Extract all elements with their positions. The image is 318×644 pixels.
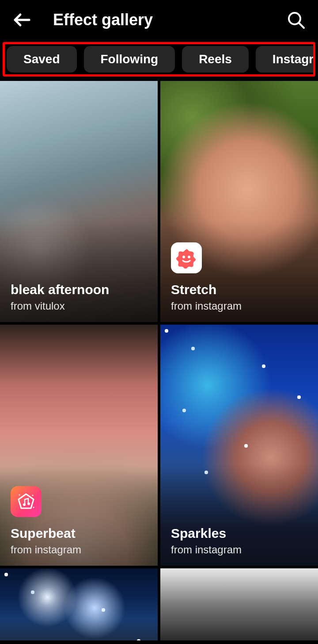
effect-thumbnail [0, 568, 158, 640]
effect-author: from instagram [171, 544, 242, 556]
effect-title: Superbeat [11, 526, 76, 541]
header: Effect gallery [0, 0, 318, 40]
effect-card[interactable]: bleak afternoon from vitulox [0, 81, 158, 322]
effect-author: from vitulox [11, 300, 65, 312]
svg-point-7 [33, 507, 34, 508]
svg-point-3 [23, 503, 26, 506]
stretch-icon [171, 242, 202, 273]
superbeat-icon [11, 486, 42, 517]
page-title: Effect gallery [53, 11, 283, 29]
search-icon [286, 10, 306, 30]
effect-title: Sparkles [171, 526, 226, 541]
tab-saved[interactable]: Saved [7, 46, 77, 73]
svg-point-2 [188, 256, 190, 258]
back-button[interactable] [9, 7, 35, 33]
tab-reels[interactable]: Reels [182, 46, 249, 73]
tab-instagram[interactable]: Instagram [256, 46, 313, 73]
effect-card[interactable] [160, 568, 318, 640]
tabs-row[interactable]: Saved Following Reels Instagram [5, 46, 313, 73]
effect-card[interactable] [0, 568, 158, 640]
effect-card[interactable]: Sparkles from instagram [160, 325, 318, 566]
effect-card[interactable]: Stretch from instagram [160, 81, 318, 322]
effects-grid: bleak afternoon from vitulox Stretch fro… [0, 81, 318, 640]
tab-following[interactable]: Following [84, 46, 175, 73]
search-button[interactable] [283, 7, 309, 33]
arrow-left-icon [11, 9, 33, 31]
svg-point-4 [27, 502, 30, 505]
svg-point-5 [19, 494, 20, 496]
effect-title: Stretch [171, 282, 216, 297]
tabs-highlight-box: Saved Following Reels Instagram [3, 42, 315, 77]
effect-author: from instagram [11, 544, 81, 556]
svg-point-6 [32, 495, 34, 496]
effect-card[interactable]: Superbeat from instagram [0, 325, 158, 566]
effect-thumbnail [160, 568, 318, 640]
effect-title: bleak afternoon [11, 282, 109, 297]
svg-point-1 [182, 256, 185, 258]
effect-author: from instagram [171, 300, 242, 312]
